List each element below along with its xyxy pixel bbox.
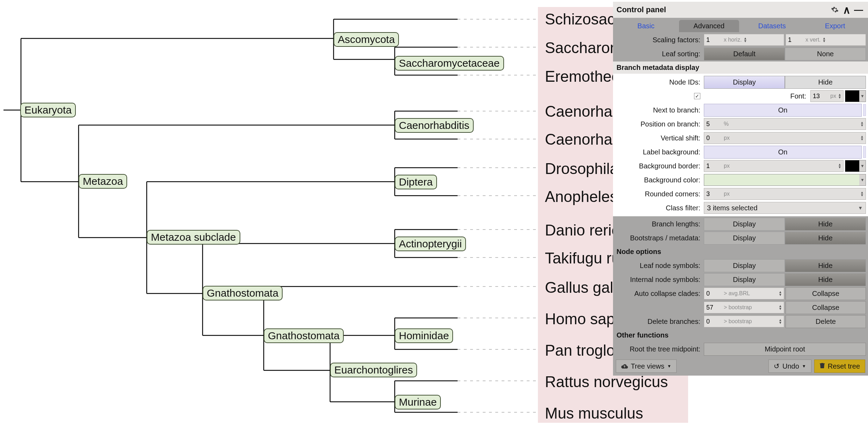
- reset-tree-button[interactable]: Reset tree: [814, 360, 865, 373]
- class-filter-select[interactable]: 3 items selected ▼: [704, 202, 866, 214]
- delete-branches-button[interactable]: Delete: [786, 315, 866, 328]
- minimize-icon[interactable]: —: [853, 4, 865, 16]
- tab-basic[interactable]: Basic: [616, 20, 676, 32]
- label-bg-on[interactable]: On: [704, 146, 862, 159]
- leaf-label[interactable]: Danio rerio: [545, 222, 620, 239]
- node-ids-hide[interactable]: Hide: [785, 76, 866, 89]
- branch-metadata-title: Branch metadata display: [613, 61, 868, 74]
- node-label[interactable]: Gnathostomata: [203, 286, 283, 300]
- branch-lengths-hide[interactable]: Hide: [785, 218, 866, 231]
- leaf-label[interactable]: Rattus norvegicus: [545, 373, 668, 391]
- leaf-sort-none[interactable]: None: [785, 48, 866, 60]
- position-on-branch-label: Position on branch:: [613, 120, 704, 128]
- rounded-label: Rounded corners:: [613, 190, 704, 198]
- bg-border-label: Background border:: [613, 162, 704, 170]
- tab-export[interactable]: Export: [805, 20, 866, 32]
- undo-icon: ↺: [774, 362, 780, 370]
- bootstraps-hide[interactable]: Hide: [785, 232, 866, 245]
- position-spinner[interactable]: % ▲▼: [704, 118, 866, 130]
- tab-advanced[interactable]: Advanced: [679, 20, 739, 32]
- node-label[interactable]: Caenorhabditis: [395, 118, 474, 133]
- undo-button[interactable]: ↺ Undo ▼: [768, 360, 811, 373]
- panel-header: Control panel ∧ —: [613, 2, 868, 18]
- midpoint-label: Root the tree midpoint:: [613, 345, 704, 353]
- node-ids-display[interactable]: Display: [704, 76, 785, 89]
- next-to-branch-label: Next to branch:: [613, 106, 704, 114]
- node-label[interactable]: Actinopterygii: [395, 237, 466, 251]
- slider-handle[interactable]: [863, 104, 866, 116]
- bottom-toolbar: Tree views ▼ ↺ Undo ▼ Reset tree: [613, 357, 868, 376]
- tree-views-button[interactable]: Tree views ▼: [616, 360, 677, 373]
- font-checkbox[interactable]: ✓: [694, 93, 700, 99]
- branch-lengths-display[interactable]: Display: [704, 218, 785, 231]
- panel-title: Control panel: [617, 5, 829, 14]
- cloud-upload-icon: [621, 363, 628, 369]
- rounded-spinner[interactable]: px ▲▼: [704, 188, 866, 200]
- bg-color-label: Background color:: [613, 176, 704, 184]
- auto-collapse-label: Auto collapse clades:: [613, 290, 704, 298]
- internal-symbols-hide[interactable]: Hide: [785, 273, 866, 286]
- node-options-title: Node options: [613, 246, 868, 258]
- internal-symbols-display[interactable]: Display: [704, 273, 785, 286]
- scale-horiz-spinner[interactable]: x horiz. ▲▼: [704, 34, 784, 46]
- leaf-symbols-hide[interactable]: Hide: [785, 259, 866, 272]
- next-to-branch-on[interactable]: On: [704, 104, 862, 117]
- control-panel: Control panel ∧ — Basic Advanced Dataset…: [613, 2, 868, 376]
- node-label[interactable]: Euarchontoglires: [330, 363, 417, 377]
- tab-datasets[interactable]: Datasets: [742, 20, 802, 32]
- node-label[interactable]: Metazoa subclade: [147, 230, 240, 245]
- node-ids-label: Node IDs:: [613, 78, 704, 86]
- collapse-up-icon[interactable]: ∧: [841, 4, 853, 16]
- node-label[interactable]: Gnathostomata: [264, 328, 344, 343]
- node-label[interactable]: Metazoa: [79, 174, 127, 189]
- scale-vert-spinner[interactable]: x vert. ▲▼: [786, 34, 866, 46]
- bootstraps-display[interactable]: Display: [704, 232, 785, 245]
- bg-border-spinner[interactable]: px ▲▼: [704, 160, 844, 172]
- class-filter-label: Class filter:: [613, 204, 704, 212]
- branch-lengths-label: Branch lengths:: [613, 220, 704, 228]
- node-label[interactable]: Saccharomycetaceae: [395, 56, 504, 71]
- node-label[interactable]: Ascomycota: [334, 32, 399, 47]
- internal-symbols-label: Internal node symbols:: [613, 276, 704, 284]
- leaf-symbols-display[interactable]: Display: [704, 259, 785, 272]
- auto-collapse-brl-spinner[interactable]: > avg.BRL ▲▼: [704, 288, 784, 299]
- delete-branches-spinner[interactable]: > bootstrap ▲▼: [704, 315, 784, 327]
- bootstraps-label: Bootstraps / metadata:: [613, 234, 704, 242]
- delete-branches-label: Delete branches:: [613, 318, 704, 326]
- vshift-spinner[interactable]: px ▲▼: [704, 132, 866, 144]
- bg-color-picker[interactable]: ▼: [704, 174, 866, 186]
- collapse-bootstrap-button[interactable]: Collapse: [786, 301, 866, 314]
- leaf-sorting-label: Leaf sorting:: [613, 50, 704, 58]
- label-bg-label: Label background:: [613, 148, 704, 156]
- node-label[interactable]: Diptera: [395, 175, 437, 189]
- scaling-label: Scaling factors:: [613, 36, 704, 44]
- font-label: Font:: [704, 92, 809, 100]
- panel-tabs: Basic Advanced Datasets Export: [613, 18, 868, 32]
- leaf-label[interactable]: Mus musculus: [545, 405, 643, 422]
- auto-collapse-bootstrap-spinner[interactable]: > bootstrap ▲▼: [704, 302, 784, 313]
- collapse-brl-button[interactable]: Collapse: [786, 287, 866, 300]
- border-color-picker[interactable]: ▼: [845, 160, 866, 172]
- trash-icon: [819, 362, 825, 370]
- node-label[interactable]: Murinae: [395, 395, 441, 409]
- vshift-label: Vertical shift:: [613, 134, 704, 142]
- leaf-symbols-label: Leaf node symbols:: [613, 262, 704, 270]
- other-functions-title: Other functions: [613, 329, 868, 341]
- node-label[interactable]: Eukaryota: [20, 103, 76, 117]
- font-color-picker[interactable]: ▼: [845, 90, 866, 102]
- gear-icon[interactable]: [829, 4, 841, 16]
- font-size-spinner[interactable]: px ▲▼: [810, 90, 844, 102]
- leaf-sort-default[interactable]: Default: [704, 48, 785, 60]
- slider-handle[interactable]: [863, 146, 866, 158]
- midpoint-root-button[interactable]: Midpoint root: [704, 343, 866, 356]
- node-label[interactable]: Hominidae: [395, 328, 453, 343]
